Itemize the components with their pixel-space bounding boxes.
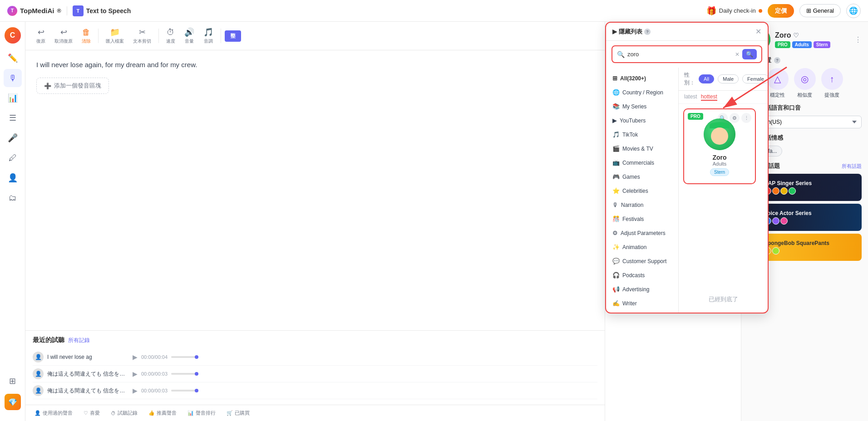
topic-name-voice: Voice Actor Series — [764, 210, 812, 216]
sidebar-item-edit[interactable]: ✏️ — [4, 49, 22, 67]
active-tab[interactable]: 整 — [225, 30, 241, 42]
text-cut-button[interactable]: ✂ 文本剪切 — [129, 25, 155, 46]
undo-button[interactable]: ↩ 復原 — [33, 25, 49, 46]
topic-avatar-sponge-2 — [772, 247, 779, 255]
editor-text[interactable]: I will never lose again, for my dream an… — [36, 59, 594, 70]
sidebar-item-mic[interactable]: 🎤 — [4, 129, 22, 147]
cat-item-advertising[interactable]: 📢 Advertising — [606, 282, 678, 296]
cat-item-writer[interactable]: ✍ Writer — [606, 296, 678, 310]
sidebar-item-grid[interactable]: ⊞ — [4, 372, 22, 390]
cat-item-celebrities[interactable]: ⭐ Celebrities — [606, 184, 678, 198]
history-header: 最近的試聽 所有記錄 — [33, 336, 597, 344]
voice-cards: PRO 🔍 ⚙ ⋮ — [679, 104, 768, 286]
pitch-button[interactable]: 🎵 音調 — [200, 25, 217, 46]
sort-latest[interactable]: latest — [684, 93, 697, 101]
overlay-container: ▶ 隱藏列表 ? ✕ 🔍 ✕ 🔍 ⊞ All(3200+) — [605, 22, 868, 421]
text-cut-icon: ✂ — [139, 27, 146, 37]
tab-purchased[interactable]: 🛒 已購買 — [225, 408, 252, 418]
results-panel: 性別： All Male Female All Pro Basic latest… — [679, 68, 768, 313]
diamond-badge[interactable]: 💎 — [5, 394, 21, 410]
setting-similarity[interactable]: ◎ 相似度 — [794, 68, 816, 98]
close-icon[interactable]: ✕ — [755, 27, 761, 36]
volume-button[interactable]: 🔊 音量 — [181, 25, 198, 46]
cat-item-festivals[interactable]: 🎊 Festivals — [606, 212, 678, 226]
tab-ranking[interactable]: 📊 聲音排行 — [186, 408, 217, 418]
cat-customer-support-label: Customer Support — [622, 258, 666, 264]
gender-male-button[interactable]: Male — [718, 74, 739, 83]
gender-all-button[interactable]: All — [699, 74, 714, 83]
topic-avatars-rap — [764, 187, 812, 195]
heart-icon[interactable]: ♡ — [793, 32, 799, 39]
gender-female-button[interactable]: Female — [742, 74, 768, 83]
pricing-button[interactable]: 定價 — [768, 4, 794, 18]
gender-filter-label: 性別： — [684, 71, 695, 87]
chevron-right-icon: ▶ — [612, 28, 617, 35]
logo-icon: T — [7, 6, 17, 16]
clear-label: 清除 — [82, 38, 91, 44]
purchased-icon: 🛒 — [227, 410, 233, 416]
search-input[interactable] — [627, 51, 732, 58]
sidebar-item-pen[interactable]: 🖊 — [4, 149, 22, 167]
cancel-undo-button[interactable]: ↩ 取消復原 — [51, 25, 76, 46]
voice-card-zoro[interactable]: PRO 🔍 ⚙ ⋮ — [683, 108, 756, 184]
sidebar-item-list[interactable]: ☰ — [4, 109, 22, 127]
sort-hottest[interactable]: hottest — [701, 93, 717, 101]
cat-item-podcasts[interactable]: 🎧 Podcasts — [606, 268, 678, 282]
cat-item-movies[interactable]: 🎬 Movies & TV — [606, 142, 678, 156]
add-block-button[interactable]: ➕ 添加一個發音區塊 — [36, 78, 109, 94]
history-play-3[interactable]: ▶ — [133, 387, 138, 394]
cat-item-narration[interactable]: 🎙 Narration — [606, 198, 678, 212]
intensity-label: 提強度 — [824, 92, 839, 98]
text-cut-label: 文本剪切 — [133, 38, 151, 44]
toolbar-divider-3 — [221, 29, 221, 43]
cat-item-tiktok[interactable]: 🎵 TikTok — [606, 127, 678, 142]
sidebar-item-store[interactable]: 🗂 — [4, 189, 22, 207]
speed-button[interactable]: ⏱ 速度 — [163, 26, 179, 46]
badge-stern: Stern — [814, 41, 831, 48]
movies-cat-icon: 🎬 — [612, 145, 620, 152]
cat-item-commercials[interactable]: 📺 Commercials — [606, 156, 678, 170]
customer-support-cat-icon: 💬 — [612, 258, 620, 264]
sidebar-item-chart[interactable]: 📊 — [4, 89, 22, 107]
language-button[interactable]: 🌐 — [846, 4, 861, 18]
cat-item-youtubers[interactable]: ▶ YouTubers — [606, 113, 678, 127]
sidebar-item-voice[interactable]: 🎙 — [4, 69, 22, 87]
cat-adjust-label: Adjust Parameters — [621, 230, 666, 236]
sidebar-item-person[interactable]: 👤 — [4, 169, 22, 187]
cat-item-ebook[interactable]: 📖 E-book — [606, 310, 678, 313]
voice-settings-action[interactable]: ⚙ — [730, 113, 740, 123]
cat-animation-label: Animation — [622, 244, 646, 250]
cat-item-all[interactable]: ⊞ All(3200+) — [606, 71, 678, 85]
more-button[interactable]: ⋮ — [854, 35, 862, 44]
import-button[interactable]: 📁 匯入檔案 — [102, 25, 128, 46]
cat-item-games[interactable]: 🎮 Games — [606, 170, 678, 184]
search-clear-icon[interactable]: ✕ — [735, 51, 740, 58]
history-all-link[interactable]: 所有記錄 — [68, 337, 90, 344]
tab-trial-history[interactable]: ⏱ 試聽記錄 — [109, 408, 139, 418]
tab-recommended[interactable]: 👍 推薦聲音 — [147, 408, 178, 418]
daily-checkin-area[interactable]: 🎁 Daily check-in — [706, 6, 762, 16]
sidebar-icons: C ✏️ 🎙 📊 ☰ 🎤 🖊 👤 🗂 ⊞ 💎 — [0, 22, 25, 421]
cancel-undo-label: 取消復原 — [54, 38, 73, 44]
voice-pro-badge: PRO — [688, 113, 703, 120]
cat-item-animation[interactable]: ✨ Animation — [606, 240, 678, 254]
cat-item-customer-support[interactable]: 💬 Customer Support — [606, 254, 678, 268]
cat-youtubers-label: YouTubers — [620, 117, 646, 124]
topic-avatar-sm-2 — [772, 187, 779, 195]
cat-item-adjust[interactable]: ⚙ Adjust Parameters — [606, 226, 678, 240]
search-button[interactable]: 🔍 — [742, 49, 757, 59]
history-play-1[interactable]: ▶ — [133, 353, 138, 361]
cat-item-myseries[interactable]: 📚 My Series — [606, 99, 678, 113]
tab-used-voices[interactable]: 👤 使用過的聲音 — [33, 408, 74, 418]
cat-item-country[interactable]: 🌐 Country / Region — [606, 85, 678, 99]
tab-favorites[interactable]: ♡ 喜愛 — [82, 408, 102, 418]
voice-more-action[interactable]: ⋮ — [741, 113, 751, 123]
general-button[interactable]: ⊞ General — [799, 4, 841, 17]
setting-intensity[interactable]: ↑ 提強度 — [821, 68, 843, 98]
history-play-2[interactable]: ▶ — [133, 370, 138, 377]
used-voices-icon: 👤 — [35, 410, 41, 416]
all-topics-link[interactable]: 所有話題 — [842, 163, 862, 170]
setting-stability[interactable]: △ 穩定性 — [767, 68, 789, 98]
voice-card-avatar — [704, 118, 735, 150]
clear-button[interactable]: 🗑 清除 — [78, 26, 94, 46]
